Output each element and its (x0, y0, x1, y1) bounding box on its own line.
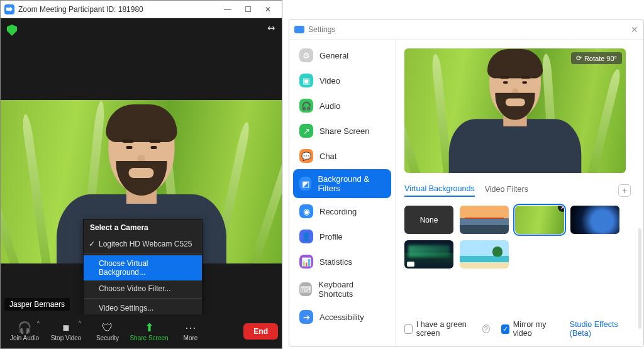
sidebar-item-general[interactable]: ⚙General (293, 43, 391, 67)
mirror-video-checkbox[interactable]: ✓Mirror my video (501, 320, 558, 338)
sidebar-icon: ◉ (299, 204, 313, 218)
sidebar-label: Audio (319, 101, 340, 111)
video-preview: ⟳Rotate 90° (404, 48, 626, 173)
sidebar-item-chat[interactable]: 💬Chat (293, 144, 391, 168)
settings-sidebar: ⚙General▣Video🎧Audio↗Share Screen💬Chat◩B… (289, 40, 395, 346)
settings-title: Settings (308, 25, 335, 34)
join-audio-button[interactable]: 🎧Join Audio^ (4, 316, 45, 346)
maximize-button[interactable]: ☐ (238, 5, 258, 14)
sidebar-item-audio[interactable]: 🎧Audio (293, 94, 391, 118)
sidebar-label: Keyboard Shortcuts (318, 280, 385, 299)
zoom-logo-icon (4, 4, 14, 14)
end-button[interactable]: End (243, 323, 278, 340)
sidebar-icon: 💬 (299, 149, 313, 163)
sidebar-label: Background & Filters (318, 174, 385, 193)
more-button[interactable]: ⋯More (170, 316, 211, 346)
sidebar-label: Statistics (319, 257, 352, 267)
sidebar-label: Profile (319, 232, 343, 241)
sidebar-item-video[interactable]: ▣Video (293, 69, 391, 92)
green-screen-checkbox[interactable]: I have a green screen? (404, 320, 490, 338)
more-icon: ⋯ (185, 322, 196, 333)
sidebar-icon: ⌨ (299, 282, 312, 296)
bg-option-earth[interactable] (570, 206, 619, 234)
bg-tabs: Virtual Backgrounds Video Filters + (404, 184, 631, 197)
participant-name-tag: Jasper Bernaers (4, 298, 70, 311)
headphones-icon: 🎧 (18, 322, 31, 333)
add-background-button[interactable]: + (618, 184, 631, 197)
camera-icon: ■ (63, 322, 70, 333)
close-icon[interactable]: ✕ (631, 25, 638, 35)
sidebar-label: General (319, 51, 348, 60)
help-icon[interactable]: ? (482, 324, 490, 333)
minimize-button[interactable]: — (218, 5, 238, 14)
chevron-up-icon[interactable]: ^ (79, 320, 81, 326)
sidebar-icon: ⚙ (299, 48, 313, 62)
security-button[interactable]: 🛡Security (87, 316, 128, 346)
zoom-meeting-window: Zoom Meeting Participant ID: 181980 — ☐ … (0, 0, 282, 349)
scrollbar[interactable] (638, 228, 641, 329)
remove-bg-icon[interactable]: ✕ (558, 206, 564, 212)
sidebar-icon: 👤 (299, 230, 313, 243)
share-screen-button[interactable]: ⬆Share Screen (129, 316, 169, 346)
settings-header: Settings ✕ (289, 19, 643, 40)
settings-window: Settings ✕ ⚙General▣Video🎧Audio↗Share Sc… (289, 19, 644, 347)
bg-option-none[interactable]: None (404, 206, 453, 234)
sidebar-icon: ▣ (299, 74, 313, 87)
camera-menu: Select a Camera Logitech HD Webcam C525 … (83, 219, 203, 317)
bg-option-bridge[interactable] (460, 206, 509, 234)
sidebar-item-keyboard-shortcuts[interactable]: ⌨Keyboard Shortcuts (293, 275, 391, 304)
sidebar-icon: 🎧 (299, 99, 313, 113)
sidebar-item-statistics[interactable]: 📊Statistics (293, 250, 391, 274)
bg-footer: I have a green screen? ✓Mirror my video … (404, 311, 631, 338)
sidebar-item-accessibility[interactable]: ➔Accessibility (293, 305, 391, 329)
sidebar-item-recording[interactable]: ◉Recording (293, 199, 391, 223)
studio-effects-link[interactable]: Studio Effects (Beta) (570, 320, 631, 338)
meeting-toolbar: 🎧Join Audio^ ■Stop Video^ 🛡Security ⬆Sha… (1, 314, 282, 348)
meeting-body: ⤢ Jasper Bernaers Select (1, 18, 282, 348)
choose-virtual-background[interactable]: Choose Virtual Background... (84, 255, 202, 280)
camera-menu-heading: Select a Camera (84, 219, 202, 236)
sidebar-item-background-filters[interactable]: ◩Background & Filters (293, 169, 391, 198)
background-grid: None ✕ (404, 206, 631, 269)
sidebar-label: Share Screen (319, 126, 370, 136)
rotate-button[interactable]: ⟳Rotate 90° (571, 52, 622, 64)
stop-video-button[interactable]: ■Stop Video^ (46, 316, 86, 346)
sidebar-label: Recording (319, 207, 357, 216)
sidebar-icon: ↗ (299, 124, 313, 138)
sidebar-icon: 📊 (299, 255, 313, 269)
sidebar-icon: ➔ (299, 310, 313, 324)
bg-option-grass[interactable]: ✕ (515, 206, 564, 234)
sidebar-label: Chat (319, 152, 336, 161)
meeting-title: Zoom Meeting Participant ID: 181980 (18, 5, 143, 14)
shield-icon: 🛡 (102, 322, 113, 333)
camera-option[interactable]: Logitech HD Webcam C525 (84, 236, 202, 252)
sidebar-item-share-screen[interactable]: ↗Share Screen (293, 119, 391, 143)
sidebar-item-profile[interactable]: 👤Profile (293, 224, 391, 248)
settings-content: ⟳Rotate 90° Virtual Backgrounds Video Fi… (395, 40, 643, 346)
tab-video-filters[interactable]: Video Filters (485, 185, 528, 196)
encryption-shield-icon[interactable] (7, 25, 17, 36)
bg-option-beach[interactable] (460, 240, 509, 269)
sidebar-label: Video (319, 76, 340, 86)
close-button[interactable]: ✕ (258, 5, 278, 14)
rotate-icon: ⟳ (576, 54, 582, 62)
share-icon: ⬆ (145, 322, 154, 333)
fullscreen-icon[interactable]: ⤢ (265, 22, 278, 35)
sidebar-icon: ◩ (299, 177, 311, 191)
choose-video-filter[interactable]: Choose Video Filter... (84, 280, 202, 297)
bg-option-aurora[interactable] (404, 240, 453, 269)
zoom-logo-icon (294, 26, 304, 33)
meeting-titlebar: Zoom Meeting Participant ID: 181980 — ☐ … (1, 1, 282, 18)
tab-virtual-backgrounds[interactable]: Virtual Backgrounds (404, 184, 475, 197)
sidebar-label: Accessibility (319, 313, 364, 322)
chevron-up-icon[interactable]: ^ (37, 320, 40, 326)
